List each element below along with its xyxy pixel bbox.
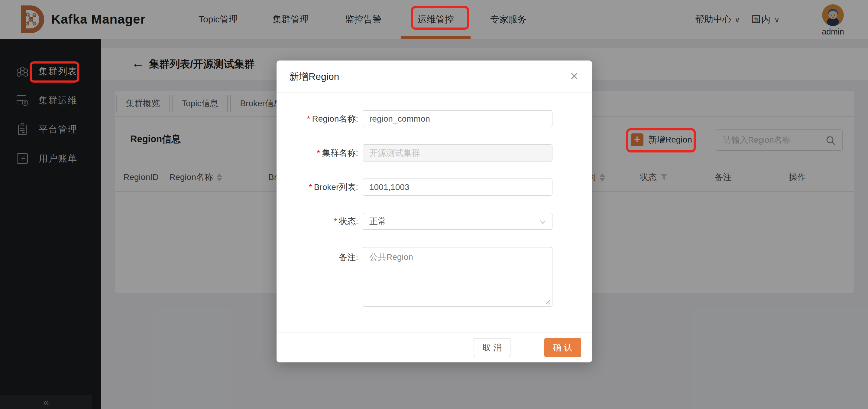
form-row-cluster-name: *集群名称: [277, 144, 592, 162]
kafka-manager-page: Kafka Manager Topic管理 集群管理 监控告警 运维管控 专家服… [0, 0, 868, 409]
modal-header: 新增Region × [277, 60, 592, 93]
form-row-region-name: *Region名称: [277, 110, 592, 127]
form-row-remark: 备注: 公共Region [277, 247, 592, 308]
status-select[interactable]: 正常 [363, 213, 553, 230]
required-asterisk: * [317, 148, 320, 157]
field-label: *集群名称: [277, 147, 358, 159]
modal-title: 新增Region [289, 60, 339, 93]
modal-footer: 取 消 确 认 [277, 332, 592, 362]
region-name-input[interactable] [363, 110, 553, 127]
cancel-button[interactable]: 取 消 [473, 338, 510, 357]
form-row-status: *状态: 正常 [277, 213, 592, 230]
field-label: *Region名称: [277, 113, 358, 125]
required-asterisk: * [334, 216, 337, 226]
remark-textarea[interactable]: 公共Region [363, 247, 553, 307]
add-region-modal: 新增Region × *Region名称: *集群名称: *Broker列表: … [277, 60, 592, 362]
confirm-button[interactable]: 确 认 [544, 338, 581, 357]
add-region-form: *Region名称: *集群名称: *Broker列表: *状态: 正常 [277, 93, 592, 308]
status-select-value: 正常 [369, 213, 386, 229]
broker-list-input[interactable] [363, 178, 553, 196]
field-label: *Broker列表: [277, 181, 358, 193]
field-label: *状态: [277, 216, 358, 227]
required-asterisk: * [309, 182, 312, 192]
close-icon[interactable]: × [567, 60, 581, 93]
form-row-broker-list: *Broker列表: [277, 178, 592, 196]
chevron-down-icon [539, 218, 547, 226]
required-asterisk: * [307, 114, 310, 123]
cluster-name-input [363, 144, 553, 162]
field-label: 备注: [277, 247, 358, 263]
